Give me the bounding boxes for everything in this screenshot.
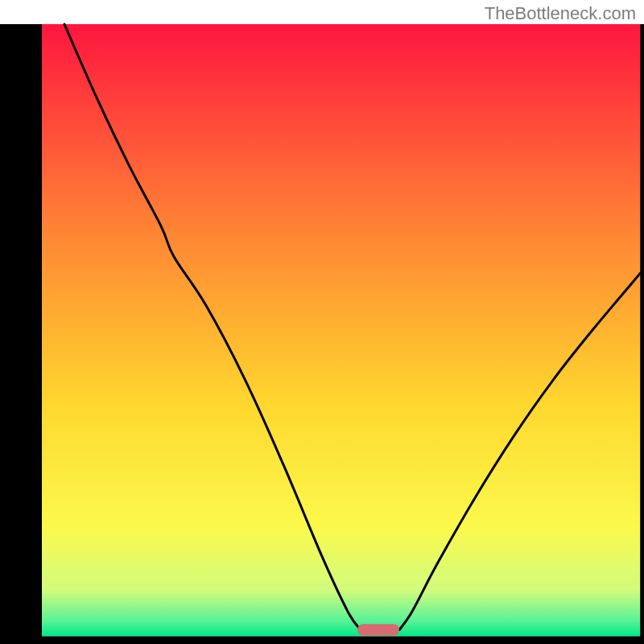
frame-bottom xyxy=(0,636,644,644)
bottleneck-marker xyxy=(357,624,399,635)
frame-right xyxy=(640,24,644,644)
bottleneck-chart xyxy=(0,0,644,644)
gradient-background xyxy=(42,24,640,636)
chart-container: TheBottleneck.com xyxy=(0,0,644,644)
frame-left xyxy=(0,24,42,644)
